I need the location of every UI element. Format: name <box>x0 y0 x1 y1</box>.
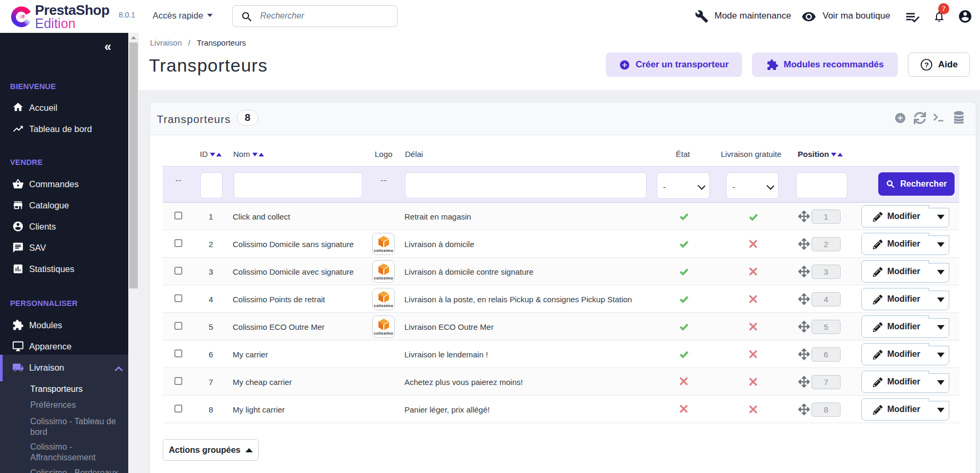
svg-text:?: ? <box>924 61 929 69</box>
